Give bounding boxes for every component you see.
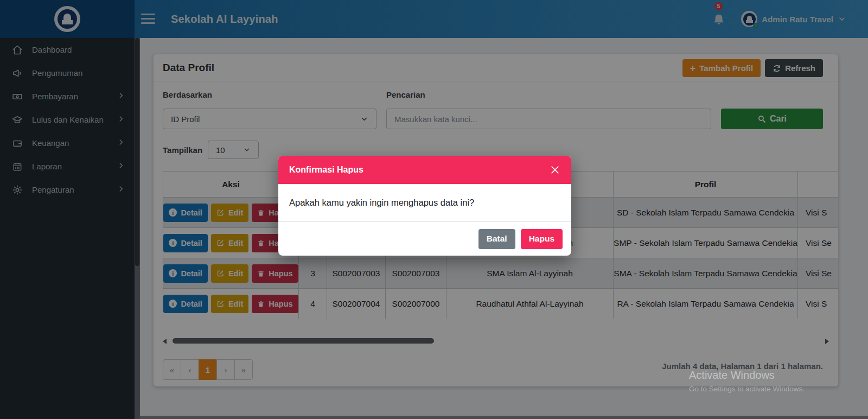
modal-title: Konfirmasi Hapus [289, 165, 363, 175]
close-icon[interactable] [550, 164, 560, 175]
app-window: Sekolah Al Layyinah 5 Admin Ratu Travel … [0, 0, 868, 419]
windows-watermark: Activate Windows Go to Settings to activ… [689, 369, 805, 393]
modal-header: Konfirmasi Hapus [278, 156, 571, 184]
modal-footer: Batal Hapus [278, 221, 571, 256]
hapus-confirm-button[interactable]: Hapus [521, 229, 563, 249]
modal-message: Apakah kamu yakin ingin menghapus data i… [278, 184, 571, 221]
batal-button[interactable]: Batal [478, 229, 515, 249]
confirm-delete-modal: Konfirmasi Hapus Apakah kamu yakin ingin… [278, 156, 571, 256]
